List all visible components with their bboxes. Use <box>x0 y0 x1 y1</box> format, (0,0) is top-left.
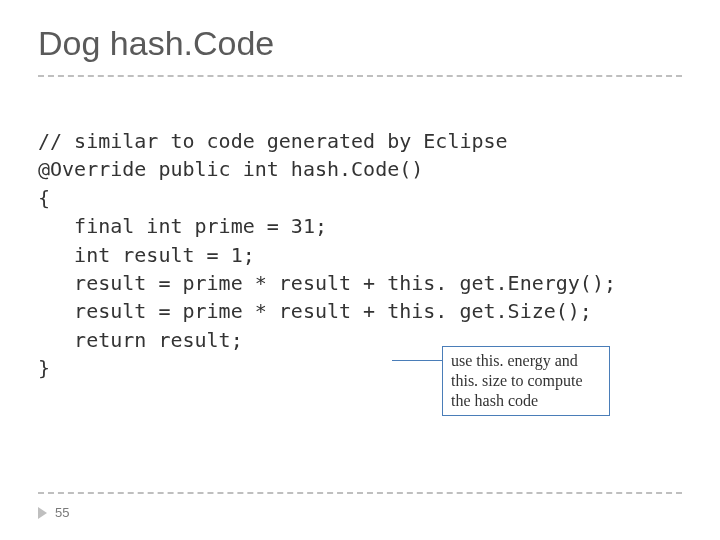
callout-connector <box>392 360 442 361</box>
code-line: { <box>38 186 50 210</box>
footer: 55 <box>38 505 69 520</box>
arrow-icon <box>38 507 47 519</box>
code-block: // similar to code generated by Eclipse … <box>0 77 720 383</box>
code-line: } <box>38 356 50 380</box>
page-number: 55 <box>55 505 69 520</box>
code-line: return result; <box>38 328 243 352</box>
code-line: int result = 1; <box>38 243 255 267</box>
annotation-hashcode: use this. energy and this. size to compu… <box>442 346 610 416</box>
code-line: // similar to code generated by Eclipse <box>38 129 508 153</box>
code-line: final int prime = 31; <box>38 214 327 238</box>
code-line: result = prime * result + this. get.Ener… <box>38 271 616 295</box>
divider-bottom <box>38 492 682 494</box>
slide-title: Dog hash.Code <box>0 0 720 71</box>
code-line: @Override public int hash.Code() <box>38 157 423 181</box>
code-line: result = prime * result + this. get.Size… <box>38 299 592 323</box>
